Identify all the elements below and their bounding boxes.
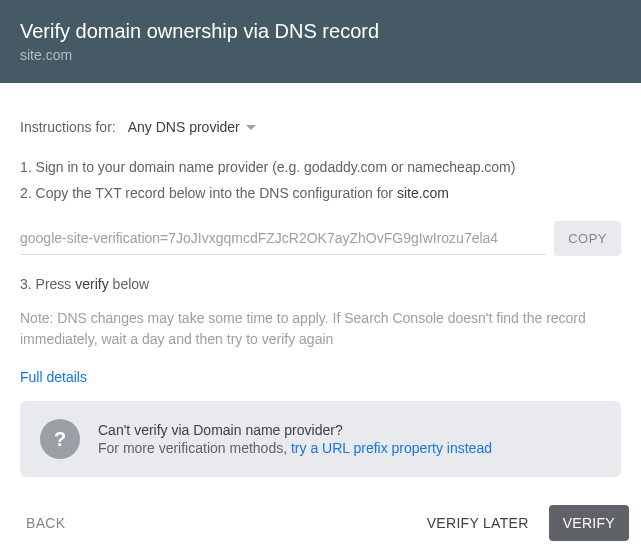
chevron-down-icon xyxy=(246,125,256,130)
step-2-text: 2. Copy the TXT record below into the DN… xyxy=(20,185,397,201)
page-title: Verify domain ownership via DNS record xyxy=(20,20,621,43)
verify-button[interactable]: VERIFY xyxy=(549,505,629,541)
step-3-pre: 3. Press xyxy=(20,276,75,292)
provider-row: Instructions for: Any DNS provider xyxy=(20,119,621,135)
dns-note: Note: DNS changes may take some time to … xyxy=(20,308,621,350)
step-2: 2. Copy the TXT record below into the DN… xyxy=(20,185,621,201)
txt-record-row: COPY xyxy=(20,221,621,256)
step-1: 1. Sign in to your domain name provider … xyxy=(20,159,621,175)
url-prefix-link[interactable]: try a URL prefix property instead xyxy=(291,440,492,456)
alternative-box: ? Can't verify via Domain name provider?… xyxy=(20,401,621,477)
step-3: 3. Press verify below xyxy=(20,276,621,292)
domain-subtitle: site.com xyxy=(20,47,621,63)
step-3-verify-word: verify xyxy=(75,276,108,292)
alternative-subtitle: For more verification methods, try a URL… xyxy=(98,440,601,456)
back-button[interactable]: BACK xyxy=(12,505,79,541)
step-3-post: below xyxy=(109,276,149,292)
step-2-domain: site.com xyxy=(397,185,449,201)
txt-record-input[interactable] xyxy=(20,222,546,255)
full-details-link[interactable]: Full details xyxy=(20,369,87,385)
dialog-content: Instructions for: Any DNS provider 1. Si… xyxy=(0,83,641,477)
alternative-sub-pre: For more verification methods, xyxy=(98,440,291,456)
alternative-title: Can't verify via Domain name provider? xyxy=(98,422,601,438)
verify-later-button[interactable]: VERIFY LATER xyxy=(413,505,543,541)
help-icon: ? xyxy=(40,419,80,459)
dialog-header: Verify domain ownership via DNS record s… xyxy=(0,0,641,83)
instructions-label: Instructions for: xyxy=(20,119,116,135)
alternative-text: Can't verify via Domain name provider? F… xyxy=(98,422,601,456)
copy-button[interactable]: COPY xyxy=(554,221,621,256)
provider-selected: Any DNS provider xyxy=(128,119,240,135)
provider-dropdown[interactable]: Any DNS provider xyxy=(128,119,256,135)
dialog-footer: BACK VERIFY LATER VERIFY xyxy=(0,492,641,553)
